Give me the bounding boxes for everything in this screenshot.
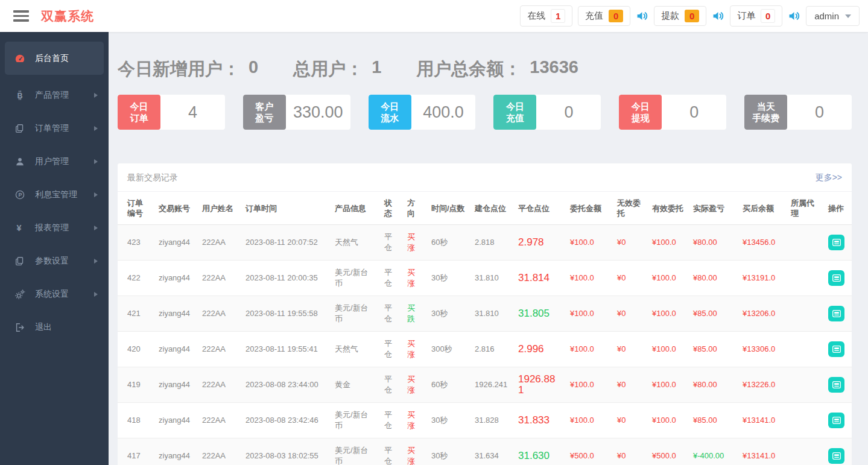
amount: ¥100.0 (565, 403, 612, 438)
product: 美元/新台币 (330, 403, 379, 438)
view-order-button[interactable] (828, 235, 844, 250)
user-name: 222AA (197, 296, 241, 332)
agent (786, 296, 823, 332)
col-invalid: 无效委托 (612, 192, 647, 225)
chevron-right-icon (94, 126, 98, 131)
open-point: 31.810 (470, 296, 513, 332)
actions-cell (823, 403, 852, 438)
more-link[interactable]: 更多>> (816, 172, 842, 183)
amount: ¥100.0 (565, 296, 612, 332)
actions-cell (823, 225, 852, 261)
order-id: 420 (118, 332, 154, 367)
open-point: 2.816 (470, 332, 513, 367)
user-name: 222AA (197, 438, 241, 465)
view-order-button[interactable] (828, 341, 844, 357)
direction: 买跌 (402, 296, 426, 332)
sidebar-item-system[interactable]: 系统设置 (0, 277, 109, 311)
chevron-down-icon (845, 14, 851, 18)
profit: ¥80.00 (688, 261, 738, 296)
user-name: 222AA (197, 367, 241, 403)
sidebar-item-products[interactable]: B 产品管理 (0, 78, 109, 112)
actions-cell (823, 438, 852, 465)
sidebar-item-orders[interactable]: 订单管理 (0, 112, 109, 145)
withdraw-counter[interactable]: 提款 0 (654, 6, 706, 26)
sidebar-item-interest[interactable]: P 利息宝管理 (0, 178, 109, 211)
direction: 买涨 (402, 332, 426, 367)
sidebar-item-users[interactable]: 用户管理 (0, 145, 109, 178)
card-value: 330.00 (286, 95, 350, 130)
view-order-button[interactable] (828, 306, 844, 321)
agent (786, 225, 823, 261)
order-counter[interactable]: 订单 0 (730, 5, 782, 27)
orders-tbody: 423ziyang44222AA2023-08-11 20:07:52天然气平仓… (118, 225, 852, 465)
card-value: 0 (662, 95, 726, 130)
table-row: 419ziyang44222AA2023-08-08 23:44:00黄金平仓买… (118, 367, 852, 403)
close-point: 31.833 (513, 403, 565, 438)
balance: ¥13191.0 (738, 261, 786, 296)
chevron-right-icon (94, 259, 98, 264)
sidebar-item-logout[interactable]: 退出 (0, 311, 109, 344)
table-row: 420ziyang44222AA2023-08-11 19:55:41天然气平仓… (118, 332, 852, 367)
online-count-badge: 1 (551, 9, 565, 23)
col-agent: 所属代理 (786, 192, 823, 225)
col-direction: 方向 (402, 192, 426, 225)
product: 美元/新台币 (330, 261, 379, 296)
sidebar-item-parameters[interactable]: 参数设置 (0, 244, 109, 277)
user-name: 222AA (197, 225, 241, 261)
new-users-label: 今日新增用户： (118, 57, 240, 81)
stat-cards: 今日 订单 4 客户 盈亏 330.00 今日 流水 400.0 今日 充值 0… (118, 95, 852, 130)
sidebar-item-label: 产品管理 (35, 90, 69, 101)
open-point: 31.828 (470, 403, 513, 438)
card-customer-pnl: 客户 盈亏 330.00 (243, 95, 350, 130)
valid-amount: ¥100.0 (647, 403, 688, 438)
total-users-label: 总用户： (293, 57, 363, 81)
balance: ¥13141.0 (738, 438, 786, 465)
online-counter[interactable]: 在线 1 (520, 5, 572, 27)
recharge-sound-icon[interactable] (636, 10, 648, 22)
direction: 买涨 (402, 403, 426, 438)
recharge-counter[interactable]: 充值 0 (578, 6, 630, 26)
view-order-button[interactable] (828, 413, 844, 428)
menu-toggle-icon[interactable] (13, 10, 29, 22)
order-id: 423 (118, 225, 154, 261)
open-point: 2.818 (470, 225, 513, 261)
sidebar-item-dashboard[interactable]: 后台首页 (5, 42, 104, 75)
order-time: 2023-08-11 19:55:58 (241, 296, 330, 332)
card-label: 今日 提现 (619, 95, 662, 130)
user-menu[interactable]: admin (806, 6, 860, 26)
order-id: 418 (118, 403, 154, 438)
valid-amount: ¥100.0 (647, 261, 688, 296)
col-close-point: 平仓点位 (513, 192, 565, 225)
balance: ¥13456.0 (738, 225, 786, 261)
view-order-button[interactable] (828, 448, 844, 464)
invalid-amount: ¥0 (612, 367, 647, 403)
status: 平仓 (379, 332, 402, 367)
bitcoin-icon: B (14, 89, 27, 101)
direction: 买涨 (402, 261, 426, 296)
view-order-button[interactable] (828, 270, 844, 286)
svg-text:B: B (17, 91, 23, 100)
summary-stats: 今日新增用户：0 总用户：1 用户总余额：13636 (118, 57, 852, 81)
open-point: 31.634 (470, 438, 513, 465)
sidebar-item-reports[interactable]: ¥ 报表管理 (0, 211, 109, 244)
order-sound-icon[interactable] (788, 10, 800, 22)
account: ziyang44 (154, 332, 197, 367)
order-time: 2023-08-11 19:55:41 (241, 332, 330, 367)
sidebar-item-label: 订单管理 (35, 123, 69, 134)
recharge-count-badge: 0 (609, 10, 623, 22)
chevron-right-icon (94, 93, 98, 98)
card-today-turnover: 今日 流水 400.0 (369, 95, 476, 130)
panel-title: 最新交易记录 (127, 172, 178, 183)
close-point: 31.814 (513, 261, 565, 296)
table-row: 423ziyang44222AA2023-08-11 20:07:52天然气平仓… (118, 225, 852, 261)
view-order-button[interactable] (828, 377, 844, 393)
card-today-fees: 当天 手续费 0 (744, 95, 852, 130)
amount: ¥100.0 (565, 367, 612, 403)
sidebar-item-label: 系统设置 (35, 289, 69, 300)
actions-cell (823, 261, 852, 296)
order-time: 2023-08-11 20:00:35 (241, 261, 330, 296)
topbar: 双赢系统 在线 1 充值 0 提款 0 订单 0 admin (0, 0, 868, 32)
card-today-recharge: 今日 充值 0 (493, 95, 601, 130)
duration: 30秒 (426, 403, 470, 438)
withdraw-sound-icon[interactable] (712, 10, 724, 22)
